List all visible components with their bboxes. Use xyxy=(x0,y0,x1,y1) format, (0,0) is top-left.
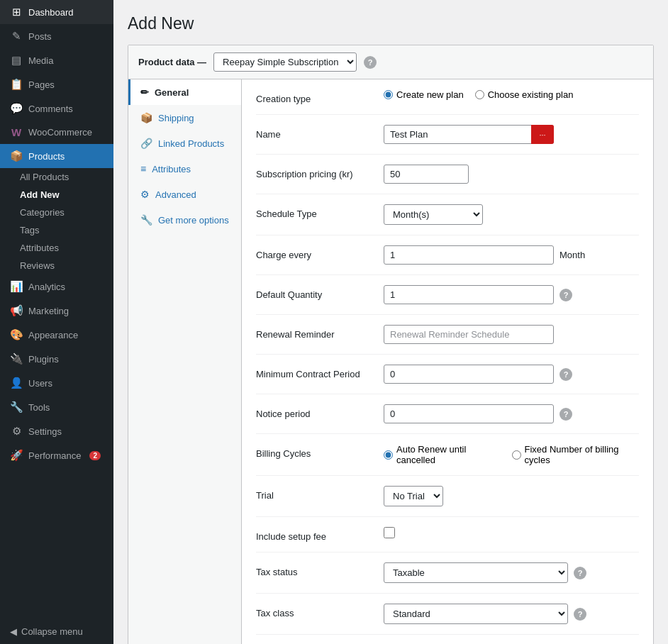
tax-status-row: Tax status Taxable Shipping only None ? xyxy=(256,553,639,594)
notice-period-help-icon[interactable]: ? xyxy=(560,408,572,421)
submenu-reviews[interactable]: Reviews xyxy=(10,257,113,274)
subscription-pricing-control xyxy=(384,165,639,184)
sidebar-item-media[interactable]: ▤ Media xyxy=(0,48,113,72)
tab-linked-products[interactable]: 🔗 Linked Products xyxy=(128,131,241,156)
minimum-contract-period-help-icon[interactable]: ? xyxy=(560,368,572,381)
creation-type-existing-radio[interactable] xyxy=(475,90,484,99)
creation-type-new-option[interactable]: Create new plan xyxy=(384,89,464,100)
default-quantity-help-icon[interactable]: ? xyxy=(560,289,572,301)
charge-every-row: Charge every Month xyxy=(256,235,639,275)
name-row: Name ··· xyxy=(256,115,639,155)
collapse-menu-button[interactable]: ◀ Collapse menu xyxy=(0,619,113,644)
billing-cycles-row: Billing Cycles Auto Renew until cancelle… xyxy=(256,434,639,476)
include-setup-fee-checkbox[interactable] xyxy=(384,527,395,538)
tax-status-select[interactable]: Taxable Shipping only None xyxy=(384,562,568,583)
schedule-type-select[interactable]: Day(s) Week(s) Month(s) Year(s) xyxy=(384,204,483,225)
subscription-pricing-input[interactable] xyxy=(384,165,469,184)
name-input[interactable] xyxy=(384,125,554,144)
product-type-help-icon[interactable]: ? xyxy=(364,56,377,69)
renewal-reminder-label: Renewal Reminder xyxy=(256,325,384,340)
submenu-attributes[interactable]: Attributes xyxy=(10,239,113,257)
sidebar-item-pages[interactable]: 📋 Pages xyxy=(0,72,113,96)
performance-icon: 🚀 xyxy=(10,449,23,462)
sidebar-item-woocommerce[interactable]: W WooCommerce xyxy=(0,121,113,144)
submenu-tags[interactable]: Tags xyxy=(10,221,113,239)
charge-every-input[interactable] xyxy=(384,245,554,265)
analytics-icon: 📊 xyxy=(10,280,23,293)
default-quantity-input[interactable] xyxy=(384,285,554,304)
submenu-add-new[interactable]: Add New xyxy=(10,186,113,204)
pages-icon: 📋 xyxy=(10,78,23,91)
minimum-contract-period-input[interactable] xyxy=(384,365,554,384)
name-input-wrapper: ··· xyxy=(384,125,554,144)
woocommerce-icon: W xyxy=(10,126,23,138)
sidebar-item-appearance[interactable]: 🎨 Appearance xyxy=(0,323,113,347)
shipping-tab-icon: 📦 xyxy=(140,112,152,123)
billing-cycles-label: Billing Cycles xyxy=(256,444,384,459)
include-setup-fee-checkbox-label[interactable] xyxy=(384,527,395,538)
notice-period-control: ? xyxy=(384,404,639,423)
tab-advanced[interactable]: ⚙ Advanced xyxy=(128,182,241,207)
minimum-contract-period-row: Minimum Contract Period ? xyxy=(256,355,639,394)
schedule-type-label: Schedule Type xyxy=(256,204,384,219)
sidebar-item-settings[interactable]: ⚙ Settings xyxy=(0,419,113,443)
subscription-pricing-row: Subscription pricing (kr) xyxy=(256,155,639,194)
charge-every-unit: Month xyxy=(560,250,585,260)
billing-cycles-fixed-radio[interactable] xyxy=(512,450,521,460)
include-setup-fee-row: Include setup fee xyxy=(256,517,639,553)
sidebar-item-analytics[interactable]: 📊 Analytics xyxy=(0,274,113,299)
submenu-categories[interactable]: Categories xyxy=(10,204,113,221)
media-icon: ▤ xyxy=(10,54,23,67)
creation-type-control: Create new plan Choose existing plan xyxy=(384,89,639,100)
appearance-icon: 🎨 xyxy=(10,328,23,341)
sidebar-item-posts[interactable]: ✎ Posts xyxy=(0,24,113,48)
tax-class-row: Tax class Standard Reduced rate Zero rat… xyxy=(256,594,639,635)
advanced-tab-icon: ⚙ xyxy=(140,189,150,200)
submenu-all-products[interactable]: All Products xyxy=(10,168,113,186)
tab-general[interactable]: ✏ General xyxy=(128,79,241,105)
sidebar-item-comments[interactable]: 💬 Comments xyxy=(0,96,113,121)
notice-period-label: Notice period xyxy=(256,404,384,419)
product-data-header: Product data — Reepay Simple Subscriptio… xyxy=(128,45,653,79)
billing-cycles-fixed-option[interactable]: Fixed Number of billing cycles xyxy=(512,444,639,465)
name-extra-btn[interactable]: ··· xyxy=(531,125,554,144)
sidebar-item-tools[interactable]: 🔧 Tools xyxy=(0,395,113,419)
tax-class-select[interactable]: Standard Reduced rate Zero rate xyxy=(384,604,568,624)
creation-type-existing-option[interactable]: Choose existing plan xyxy=(475,89,574,100)
trial-row: Trial No Trial Days Weeks Months xyxy=(256,476,639,517)
creation-type-row: Creation type Create new plan Choose exi… xyxy=(256,79,639,115)
billing-cycles-auto-option[interactable]: Auto Renew until cancelled xyxy=(384,444,501,465)
schedule-type-row: Schedule Type Day(s) Week(s) Month(s) Ye… xyxy=(256,194,639,235)
create-plan-row: Create plan xyxy=(256,635,639,644)
sidebar-item-marketing[interactable]: 📢 Marketing xyxy=(0,299,113,323)
products-icon: 📦 xyxy=(10,150,23,162)
sidebar-item-plugins[interactable]: 🔌 Plugins xyxy=(0,347,113,371)
sidebar-item-users[interactable]: 👤 Users xyxy=(0,371,113,395)
subscription-pricing-label: Subscription pricing (kr) xyxy=(256,165,384,179)
tab-shipping[interactable]: 📦 Shipping xyxy=(128,105,241,131)
trial-select[interactable]: No Trial Days Weeks Months xyxy=(384,486,443,506)
tax-class-help-icon[interactable]: ? xyxy=(574,608,586,621)
collapse-icon: ◀ xyxy=(10,626,17,637)
name-label: Name xyxy=(256,125,384,140)
notice-period-row: Notice period ? xyxy=(256,394,639,434)
attributes-tab-icon: ≡ xyxy=(140,163,146,174)
posts-icon: ✎ xyxy=(10,30,23,43)
product-type-select[interactable]: Reepay Simple Subscription Simple produc… xyxy=(213,52,357,72)
notice-period-input[interactable] xyxy=(384,404,554,423)
sidebar-item-dashboard[interactable]: ⊞ Dashboard xyxy=(0,0,113,24)
tab-attributes[interactable]: ≡ Attributes xyxy=(128,156,241,182)
tax-status-help-icon[interactable]: ? xyxy=(574,567,586,579)
tax-status-control: Taxable Shipping only None ? xyxy=(384,562,639,583)
products-submenu: All Products Add New Categories Tags Att… xyxy=(0,168,113,274)
creation-type-new-radio[interactable] xyxy=(384,90,393,99)
tax-class-control: Standard Reduced rate Zero rate ? xyxy=(384,604,639,624)
billing-cycles-auto-radio[interactable] xyxy=(384,450,393,460)
tab-get-more-options[interactable]: 🔧 Get more options xyxy=(128,207,241,233)
minimum-contract-period-label: Minimum Contract Period xyxy=(256,365,384,379)
sidebar-item-products[interactable]: 📦 Products xyxy=(0,144,113,168)
product-data-body: ✏ General 📦 Shipping 🔗 Linked Products ≡… xyxy=(128,79,653,644)
renewal-reminder-input[interactable] xyxy=(384,325,554,344)
sidebar-item-performance[interactable]: 🚀 Performance 2 xyxy=(0,443,113,467)
creation-type-radio-group: Create new plan Choose existing plan xyxy=(384,89,573,100)
